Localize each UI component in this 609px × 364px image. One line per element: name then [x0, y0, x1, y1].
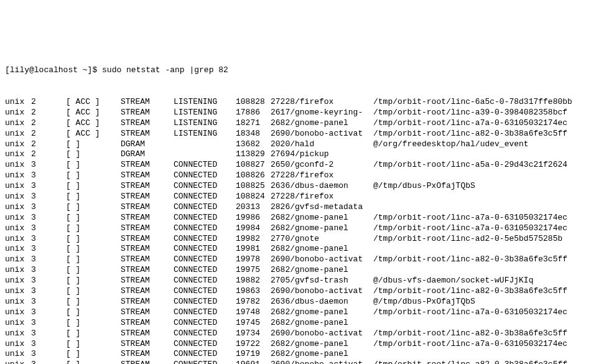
- col-pid: 2636/dbus-daemon: [271, 181, 373, 192]
- col-proto: unix: [5, 276, 31, 286]
- col-refcnt: 3: [31, 160, 66, 170]
- col-inode: 20313: [236, 202, 271, 213]
- col-type: STREAM: [121, 160, 174, 170]
- col-pid: 2617/gnome-keyring-: [271, 108, 373, 118]
- col-flags: [ ]: [66, 160, 121, 170]
- netstat-row: unix3[ ]STREAMCONNECTED197822636/dbus-da…: [5, 297, 604, 307]
- col-proto: unix: [5, 349, 31, 360]
- terminal-output[interactable]: [lily@localhost ~]$ sudo netstat -anp |g…: [5, 45, 604, 364]
- col-inode: 18348: [236, 129, 271, 139]
- col-refcnt: 3: [31, 339, 66, 350]
- col-pid: 2690/bonobo-activat: [271, 286, 373, 297]
- col-state: CONNECTED: [174, 297, 236, 307]
- col-type: STREAM: [121, 297, 174, 307]
- netstat-row: unix2[ ACC ]STREAMLISTENING10882827228/f…: [5, 97, 604, 108]
- col-type: STREAM: [121, 97, 174, 108]
- col-state: LISTENING: [174, 118, 236, 129]
- col-inode: 19745: [236, 318, 271, 329]
- col-proto: unix: [5, 234, 31, 245]
- col-proto: unix: [5, 192, 31, 202]
- col-path: /tmp/orbit-root/linc-a7a-0-63105032174ec: [373, 339, 567, 350]
- col-type: STREAM: [121, 108, 174, 118]
- netstat-row: unix3[ ]STREAMCONNECTED197452682/gnome-p…: [5, 318, 604, 329]
- col-pid: 2690/bonobo-activat: [271, 254, 373, 265]
- col-path: /tmp/orbit-root/linc-a39-0-3984082358bcf: [373, 108, 567, 118]
- col-inode: 19986: [236, 213, 271, 223]
- col-type: DGRAM: [121, 139, 174, 150]
- col-refcnt: 2: [31, 97, 66, 108]
- netstat-row: unix3[ ]STREAMCONNECTED197482682/gnome-p…: [5, 307, 604, 318]
- col-inode: 108825: [236, 181, 271, 192]
- col-refcnt: 2: [31, 149, 66, 160]
- col-refcnt: 3: [31, 297, 66, 307]
- col-state: LISTENING: [174, 129, 236, 139]
- col-type: STREAM: [121, 118, 174, 129]
- col-proto: unix: [5, 318, 31, 329]
- col-type: STREAM: [121, 329, 174, 339]
- col-path: /tmp/orbit-root/linc-a82-0-3b38a6fe3c5ff: [373, 329, 567, 339]
- col-flags: [ ]: [66, 360, 121, 364]
- col-inode: 19882: [236, 276, 271, 286]
- col-pid: 2682/gnome-panel: [271, 339, 373, 350]
- col-inode: 19719: [236, 349, 271, 360]
- col-refcnt: 3: [31, 181, 66, 192]
- col-state: CONNECTED: [174, 254, 236, 265]
- col-proto: unix: [5, 213, 31, 223]
- netstat-row: unix3[ ]STREAMCONNECTED199862682/gnome-p…: [5, 213, 604, 223]
- col-flags: [ ]: [66, 329, 121, 339]
- col-pid: 2690/bonobo-activat: [271, 329, 373, 339]
- col-refcnt: 3: [31, 307, 66, 318]
- col-path: /tmp/orbit-root/linc-a7a-0-63105032174ec: [373, 307, 567, 318]
- col-flags: [ ]: [66, 339, 121, 350]
- col-path: /tmp/orbit-root/linc-a82-0-3b38a6fe3c5ff: [373, 254, 567, 265]
- col-path: @/tmp/dbus-PxOfajTQbS: [373, 181, 475, 192]
- netstat-row: unix3[ ]STREAMCONNECTED203132826/gvfsd-m…: [5, 202, 604, 213]
- col-path: /tmp/orbit-root/linc-6a5c-0-78d317ffe80b…: [373, 97, 572, 108]
- netstat-row: unix3[ ]STREAMCONNECTED197342690/bonobo-…: [5, 329, 604, 339]
- col-type: STREAM: [121, 265, 174, 276]
- col-refcnt: 3: [31, 286, 66, 297]
- col-pid: 2682/gnome-panel: [271, 349, 373, 360]
- col-inode: 19748: [236, 307, 271, 318]
- netstat-row: unix3[ ]STREAMCONNECTED1088272650/gconfd…: [5, 160, 604, 170]
- col-flags: [ ACC ]: [66, 118, 121, 129]
- col-state: CONNECTED: [174, 276, 236, 286]
- col-refcnt: 3: [31, 329, 66, 339]
- netstat-row: unix2[ ]DGRAM136822020/hald@/org/freedes…: [5, 139, 604, 150]
- col-path: @/dbus-vfs-daemon/socket-wUFJjKIq: [373, 276, 533, 286]
- col-pid: 2682/gnome-panel: [271, 223, 373, 234]
- col-refcnt: 3: [31, 349, 66, 360]
- col-path: /tmp/orbit-root/linc-ad2-0-5e5bd575285b: [373, 234, 562, 245]
- col-refcnt: 3: [31, 223, 66, 234]
- col-inode: 18271: [236, 118, 271, 129]
- col-refcnt: 2: [31, 118, 66, 129]
- col-pid: 2770/gnote: [271, 234, 373, 245]
- col-proto: unix: [5, 129, 31, 139]
- col-refcnt: 3: [31, 213, 66, 223]
- col-type: STREAM: [121, 339, 174, 350]
- col-flags: [ ]: [66, 170, 121, 181]
- col-flags: [ ]: [66, 318, 121, 329]
- col-inode: 108828: [236, 97, 271, 108]
- col-inode: 19978: [236, 254, 271, 265]
- col-type: STREAM: [121, 254, 174, 265]
- col-proto: unix: [5, 254, 31, 265]
- col-refcnt: 3: [31, 244, 66, 254]
- col-state: CONNECTED: [174, 202, 236, 213]
- col-refcnt: 3: [31, 276, 66, 286]
- col-inode: 19975: [236, 265, 271, 276]
- col-proto: unix: [5, 170, 31, 181]
- col-flags: [ ]: [66, 192, 121, 202]
- col-inode: 19984: [236, 223, 271, 234]
- col-pid: 27228/firefox: [271, 97, 373, 108]
- col-refcnt: 3: [31, 234, 66, 245]
- col-type: STREAM: [121, 223, 174, 234]
- col-path: /tmp/orbit-root/linc-a82-0-3b38a6fe3c5ff: [373, 286, 567, 297]
- col-proto: unix: [5, 160, 31, 170]
- col-flags: [ ]: [66, 139, 121, 150]
- col-proto: unix: [5, 97, 31, 108]
- col-flags: [ ]: [66, 244, 121, 254]
- col-state: CONNECTED: [174, 170, 236, 181]
- col-pid: 27694/pickup: [271, 149, 373, 160]
- col-flags: [ ]: [66, 297, 121, 307]
